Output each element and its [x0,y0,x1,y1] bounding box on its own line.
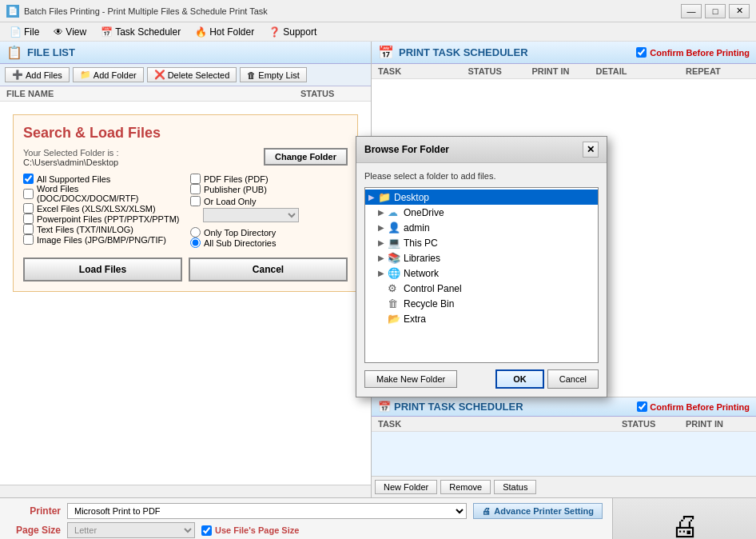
app-icon: 📄 [6,5,19,18]
print-task-title: PRINT TASK SCHEDULER [399,46,631,58]
checkbox-publisher[interactable]: Publisher (PUB) [190,184,348,194]
printer-advance-icon: 🖨 [482,506,491,516]
use-files-page-size-label: Use File's Page Size [215,525,299,535]
load-files-button[interactable]: Load Files [23,258,182,281]
search-panel: Search & Load Files Your Selected Folder… [13,114,358,292]
minimize-button[interactable]: — [681,4,702,18]
dialog-title-bar: Browse For Folder ✕ [356,137,607,163]
confirm-check2[interactable] [637,401,647,412]
advance-printer-button[interactable]: 🖨 Advance Printer Setting [473,503,603,519]
task-table2-content [372,432,756,476]
radio-only-top[interactable]: Only Top Directory [190,227,348,238]
change-folder-button[interactable]: Change Folder [264,148,348,166]
checkbox-or-load-only[interactable] [190,196,201,206]
or-load-only-select[interactable] [203,208,299,222]
or-load-only-label: Or Load Only [204,197,256,206]
use-files-page-size-check[interactable] [201,525,212,536]
add-folder-button[interactable]: 📁 Add Folder [73,67,144,82]
scheduler-section2: 📅 PRINT TASK SCHEDULER Confirm Before Pr… [372,397,756,497]
col2-print-in: PRINT IN [686,419,750,429]
tree-label-extra: Extra [404,313,426,325]
menu-bar: 📄 File 👁 View 📅 Task Scheduler 🔥 Hot Fol… [0,22,756,42]
tree-item-this-pc[interactable]: ▶ 💻 This PC [375,235,598,250]
checkbox-excel-files[interactable]: Excel Files (XLS/XLSX/XLSM) [23,203,181,214]
checkbox-image-files[interactable]: Image Files (JPG/BMP/PNG/TIF) [23,234,181,245]
print-task-icon: 📅 [378,45,394,60]
tree-item-control-panel[interactable]: ▶ ⚙ Control Panel [375,281,598,296]
print-task-header: 📅 PRINT TASK SCHEDULER Confirm Before Pr… [372,42,756,64]
printer-select[interactable]: Microsoft Print to PDF [67,503,467,519]
checkbox-word-files[interactable]: Word Files (DOC/DOCX/DOCM/RTF) [23,184,181,203]
cancel-button[interactable]: Cancel [189,258,348,281]
menu-hot-folder[interactable]: 🔥 Hot Folder [189,25,261,39]
scheduler-toolbar2: New Folder Remove Status [372,476,756,497]
new-folder-button[interactable]: New Folder [375,480,437,494]
tree-item-desktop[interactable]: ▶ 📁 Desktop [365,190,598,205]
dialog-buttons: Make New Folder OK Cancel [364,369,599,389]
file-icon: 📄 [10,26,22,38]
task-table-header: TASK STATUS PRINT IN DETAIL REPEAT [372,64,756,79]
tree-item-extra[interactable]: ▶ 📂 Extra [375,311,598,326]
file-list-header: 📋 FILE LIST [0,42,371,64]
menu-support[interactable]: ❓ Support [262,25,323,39]
add-files-button[interactable]: ➕ Add Files [5,67,70,82]
delete-selected-button[interactable]: ❌ Delete Selected [147,67,237,82]
col2-task: TASK [378,419,622,429]
checkbox-text-files[interactable]: Text Files (TXT/INI/LOG) [23,224,181,234]
folder-tree[interactable]: ▶ 📁 Desktop ▶ ☁ OneDrive ▶ 👤 admin ▶ 💻 T… [364,187,599,363]
dialog-instruction: Please select a folder to add files. [364,171,599,181]
search-title: Search & Load Files [23,125,348,142]
col-status: STATUS [468,66,532,76]
task-scheduler-icon: 📅 [101,26,113,38]
menu-file[interactable]: 📄 File [3,25,46,39]
printer-settings: Printer Microsoft Print to PDF 🖨 Advance… [0,498,612,539]
start-printing-panel[interactable]: 🖨 Start Printing [612,498,756,539]
file-list-panel: 📋 FILE LIST ➕ Add Files 📁 Add Folder ❌ D… [0,42,372,497]
file-list-icon: 📋 [6,45,22,60]
add-files-icon: ➕ [12,70,23,80]
delete-icon: ❌ [154,70,165,80]
scheduler2-icon: 📅 [378,401,391,413]
checkbox-powerpoint-files[interactable]: Powerpoint Files (PPT/PPTX/PPTM) [23,214,181,224]
dialog-title: Browse For Folder [364,144,449,155]
tree-label-onedrive: OneDrive [404,207,444,218]
radio-all-sub[interactable]: All Sub Directories [190,238,348,248]
page-size-label: Page Size [10,522,61,538]
close-button[interactable]: ✕ [729,4,750,18]
dialog-cancel-button[interactable]: Cancel [547,369,599,389]
col-filename: FILE NAME [6,89,300,98]
tree-label-desktop: Desktop [394,192,429,203]
remove-button[interactable]: Remove [440,480,491,494]
dialog-close-button[interactable]: ✕ [583,142,599,158]
folder-path: C:\Users\admin\Desktop [23,158,118,167]
page-size-select[interactable]: Letter [67,522,195,538]
task-table2-header: TASK STATUS PRINT IN [372,417,756,432]
tree-item-network[interactable]: ▶ 🌐 Network [375,266,598,281]
checkbox-all-supported[interactable]: All Supported Files [23,174,181,184]
menu-view[interactable]: 👁 View [47,25,93,39]
empty-list-button[interactable]: 🗑 Empty List [240,67,306,82]
maximize-button[interactable]: □ [705,4,726,18]
col-status: STATUS [300,89,364,98]
confirm-before-printing[interactable]: Confirm Before Printing [636,47,750,58]
scheduler2-title: PRINT TASK SCHEDULER [394,401,523,413]
file-list-title: FILE LIST [27,46,364,58]
tree-item-onedrive[interactable]: ▶ ☁ OneDrive [375,205,598,220]
tree-item-admin[interactable]: ▶ 👤 admin [375,220,598,235]
menu-task-scheduler[interactable]: 📅 Task Scheduler [94,25,187,39]
window-controls: — □ ✕ [681,4,750,18]
checkbox-pdf-files[interactable]: PDF Files (PDF) [190,174,348,184]
tree-item-libraries[interactable]: ▶ 📚 Libraries [375,250,598,266]
tree-item-recycle-bin[interactable]: ▶ 🗑 Recycle Bin [375,296,598,311]
hot-folder-icon: 🔥 [195,26,207,38]
tree-label-libraries: Libraries [404,253,440,264]
tree-label-admin: admin [404,222,430,234]
add-folder-icon: 📁 [80,70,91,80]
file-list-columns: FILE NAME STATUS [0,86,371,102]
horizontal-scrollbar[interactable] [0,485,371,497]
make-new-folder-button[interactable]: Make New Folder [364,370,457,388]
dialog-ok-button[interactable]: OK [495,369,544,389]
col-task: TASK [378,66,468,76]
browse-dialog: Browse For Folder ✕ Please select a fold… [356,136,607,397]
status-button[interactable]: Status [494,480,536,494]
